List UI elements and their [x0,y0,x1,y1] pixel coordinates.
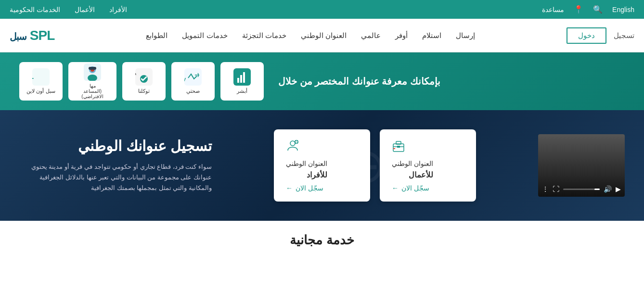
video-progress-bar[interactable] [563,189,600,190]
nav-government[interactable]: الخدمات الحكومية [10,6,60,13]
video-controls: ▶ 🔊 ⛶ ⋮ [542,185,621,193]
absher-label: أبشر [237,88,247,94]
tawakkalna-icon: Tawakkalna [135,68,153,86]
dark-section: ⊕ ▶ 🔊 ⛶ ⋮ الع [0,110,644,221]
dark-section-title: تسجيل عنوانك الوطني [19,138,212,154]
search-icon[interactable]: 🔍 [593,5,603,14]
app-card-absher[interactable]: أبشر [220,62,264,101]
dark-section-description: سواء كنت فرد، قطاع تجاري أو حكومي تتواجد… [19,162,212,193]
business-register-link[interactable]: سجّل الان ← [392,184,429,192]
language-toggle[interactable]: English [612,6,634,13]
top-bar-left: English 🔍 📍 مساعدة [542,5,634,14]
nav-retail[interactable]: خدمات التجزئة [242,31,286,40]
register-button[interactable]: تسجيل [614,31,634,40]
fullscreen-button[interactable]: ⛶ [553,185,559,193]
app-card-tawakkalna[interactable]: Tawakkalna توكلنا [122,62,166,101]
auth-buttons: تسجيل دخول [567,27,634,44]
video-progress-inner [594,189,600,190]
help-link[interactable]: مساعدة [542,6,564,13]
app-card-spl-online[interactable]: SPL سبل أون لاين [19,62,63,101]
nav-national-address[interactable]: العنوان الوطني [301,31,347,40]
svg-rect-13 [89,67,96,70]
business-arrow-icon: ← [392,184,399,192]
svg-rect-2 [240,75,242,83]
svg-text:SPL: SPL [32,73,34,80]
nav-individuals[interactable]: الأفراد [109,6,127,13]
individual-title-line2: للأفراد [307,171,327,179]
business-title-line2: للأعمال [409,171,433,179]
app-card-sehhaty[interactable]: Sehhaty صحتي [171,62,215,101]
business-card-title: العنوان الوطني للأعمال [392,158,433,181]
sehhaty-label: صحتي [186,88,200,94]
location-icon[interactable]: 📍 [574,5,583,14]
nav-receive[interactable]: استلام [422,31,441,40]
tawakkalna-label: توكلنا [138,88,150,94]
main-nav-links: إرسال استلام أوفر عالمي العنوان الوطني خ… [146,31,475,40]
register-cards: العنوان الوطني للأعمال سجّل الان ← ال [274,129,476,202]
top-bar: English 🔍 📍 مساعدة الأفراد الأعمال الخدم… [0,0,644,19]
logo[interactable]: SPL سبل [10,29,54,42]
nav-global[interactable]: عالمي [361,31,381,40]
svg-point-21 [290,141,295,146]
individual-register-label: سجّل الان [296,184,323,192]
banner-title: بإمكانك معرفة عنوانك المختصر من خلال [278,76,440,87]
main-nav: تسجيل دخول إرسال استلام أوفر عالمي العنو… [0,19,644,52]
dark-section-text: تسجيل عنوانك الوطني سواء كنت فرد، قطاع ت… [19,138,212,193]
more-button[interactable]: ⋮ [542,185,549,193]
top-bar-nav: الأفراد الأعمال الخدمات الحكومية [10,6,127,13]
svg-rect-1 [237,78,239,83]
spl-online-icon: SPL [32,68,50,86]
nav-stamps[interactable]: الطوابع [146,31,167,40]
nav-finance[interactable]: خدمات التمويل [182,31,227,40]
teal-banner: بإمكانك معرفة عنوانك المختصر من خلال أبش… [0,52,644,110]
individual-card-title: العنوان الوطني للأفراد [286,158,327,181]
individual-arrow-icon: ← [286,184,293,192]
svg-rect-3 [243,72,245,83]
spl-online-label: سبل أون لاين [26,88,55,94]
logo-arabic: سبل [10,31,26,42]
reg-card-individual[interactable]: العنوان الوطني للأفراد سجّل الان ← [274,129,370,202]
app-card-maha[interactable]: مها(المساعد الافتراضي) [68,62,116,101]
nav-send[interactable]: إرسال [456,31,475,40]
nav-offer[interactable]: أوفر [395,31,408,40]
nav-business[interactable]: الأعمال [75,6,95,13]
video-player[interactable]: ▶ 🔊 ⛶ ⋮ [538,134,625,197]
individual-title-line1: العنوان الوطني [286,158,327,169]
reg-card-business[interactable]: العنوان الوطني للأعمال سجّل الان ← [380,129,476,202]
business-title-line1: العنوان الوطني [392,158,433,169]
app-cards: أبشر Sehhaty صحتي Tawakkalna [19,62,264,101]
individual-card-icon [286,139,299,155]
svg-rect-19 [397,146,400,148]
business-register-label: سجّل الان [401,184,429,192]
absher-icon [233,68,251,86]
sehhaty-icon: Sehhaty [184,68,202,86]
individual-register-link[interactable]: سجّل الان ← [286,184,323,192]
free-service-section: خدمة مجانية [0,221,644,260]
free-service-title: خدمة مجانية [12,233,632,248]
volume-button[interactable]: 🔊 [604,185,612,193]
maha-label: مها(المساعد الافتراضي) [73,83,112,99]
logo-spl: SPL [30,28,54,43]
play-button[interactable]: ▶ [616,185,621,193]
login-button[interactable]: دخول [567,27,606,44]
svg-rect-14 [32,68,50,86]
business-card-icon [392,139,405,155]
maha-icon [84,63,101,81]
